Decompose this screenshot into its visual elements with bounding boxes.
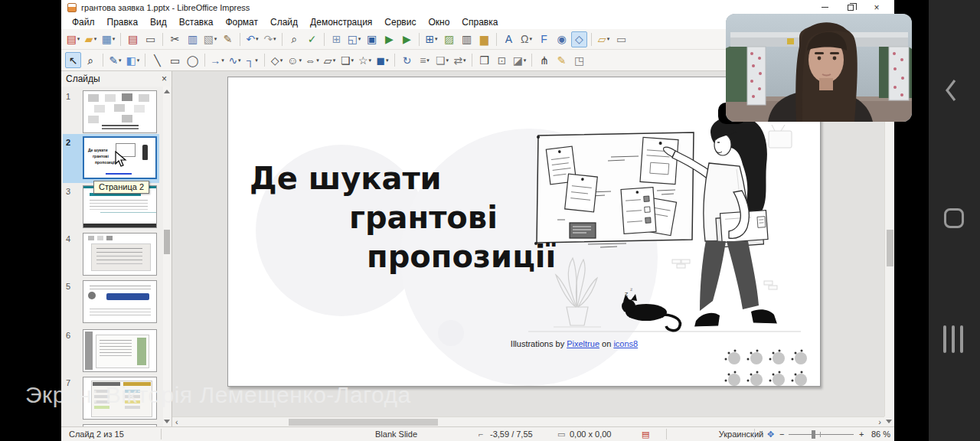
dropdown-caret-icon[interactable]: ▾ <box>113 36 116 42</box>
scroll-down-button[interactable] <box>884 416 894 426</box>
crop-image-icon[interactable]: ⊡ <box>494 52 510 68</box>
dropdown-caret-icon[interactable]: ▾ <box>255 57 258 64</box>
horizontal-scrollbar[interactable]: ‹ › <box>172 416 884 426</box>
dropdown-caret-icon[interactable]: ▾ <box>221 57 224 64</box>
curves-and-polygons-icon[interactable]: ∿▾ <box>227 52 243 68</box>
line-color-icon[interactable]: ✎▾ <box>107 52 123 68</box>
webcam-video-tile[interactable] <box>726 14 912 122</box>
insert-chart-icon[interactable]: ▆ <box>476 31 492 47</box>
nav-back-button[interactable] <box>944 78 958 103</box>
show-gluepoint-functions-icon[interactable]: ✎ <box>554 52 570 68</box>
dropdown-caret-icon[interactable]: ▾ <box>524 57 527 64</box>
zoom-out-button[interactable]: − <box>779 430 784 439</box>
vertical-scrollbar[interactable] <box>884 71 894 416</box>
dropdown-caret-icon[interactable]: ▾ <box>214 36 217 42</box>
print-icon[interactable]: ▭ <box>142 31 158 47</box>
icons8-link[interactable]: icons8 <box>613 339 638 348</box>
fill-color-icon[interactable]: ◧▾ <box>125 52 141 68</box>
menu-view[interactable]: Вид <box>144 16 173 28</box>
menu-file[interactable]: Файл <box>66 16 101 28</box>
rectangle-icon[interactable]: ▭ <box>167 52 183 68</box>
zoom-slider-track[interactable] <box>789 434 854 435</box>
scroll-down-icon[interactable] <box>164 420 170 423</box>
block-arrows-icon[interactable]: ⇔▾ <box>304 52 320 68</box>
horizontal-scrollbar-thumb[interactable] <box>289 419 438 426</box>
insert-hyperlink-icon[interactable]: ◉ <box>554 31 570 47</box>
insert-media-icon[interactable]: ▥ <box>459 31 475 47</box>
panel-scrollbar[interactable] <box>163 87 171 426</box>
arrange-objects-icon[interactable]: ❏▾ <box>434 52 450 68</box>
flowchart-shapes-icon[interactable]: ▱▾ <box>322 52 338 68</box>
vertical-scrollbar-thumb[interactable] <box>887 230 893 266</box>
insert-text-box-icon[interactable]: A <box>501 31 517 47</box>
basic-shapes-icon[interactable]: ◇▾ <box>269 52 285 68</box>
start-from-first-slide-icon[interactable]: ▶ <box>381 31 397 47</box>
nav-home-button[interactable] <box>944 208 964 228</box>
nav-recents-button[interactable] <box>943 325 963 353</box>
panel-scrollbar-thumb[interactable] <box>164 230 170 254</box>
distribute-selection-icon[interactable]: ⇄▾ <box>452 52 468 68</box>
menu-slide[interactable]: Слайд <box>264 16 304 28</box>
dropdown-caret-icon[interactable]: ▾ <box>77 36 80 42</box>
new-slide-icon[interactable]: ▱▾ <box>596 31 612 47</box>
dropdown-caret-icon[interactable]: ▾ <box>299 57 302 64</box>
star-shapes-icon[interactable]: ☆▾ <box>357 52 373 68</box>
dropdown-caret-icon[interactable]: ▾ <box>435 36 438 42</box>
fontwork-icon[interactable]: F <box>536 31 552 47</box>
pixeltrue-link[interactable]: Pixeltrue <box>567 339 599 348</box>
dropdown-caret-icon[interactable]: ▾ <box>369 57 372 64</box>
dropdown-caret-icon[interactable]: ▾ <box>446 57 449 64</box>
menu-tools[interactable]: Сервис <box>378 16 422 28</box>
dropdown-caret-icon[interactable]: ▾ <box>137 57 140 64</box>
restore-button[interactable] <box>838 0 864 15</box>
special-character-icon[interactable]: Ω▾ <box>518 31 534 47</box>
dropdown-caret-icon[interactable]: ▾ <box>351 57 354 64</box>
menu-slideshow[interactable]: Демонстрация <box>304 16 378 28</box>
dropdown-caret-icon[interactable]: ▾ <box>529 36 532 42</box>
image-filter-icon[interactable]: ◪▾ <box>511 52 528 68</box>
edit-points-icon[interactable]: ⋔ <box>536 52 552 68</box>
display-grid-icon[interactable]: ⊞ <box>328 31 345 47</box>
minimize-button[interactable] <box>812 0 838 15</box>
dropdown-caret-icon[interactable]: ▾ <box>273 36 276 42</box>
dropdown-caret-icon[interactable]: ▾ <box>94 36 97 42</box>
find-and-replace-icon[interactable]: ⌕ <box>286 31 302 47</box>
display-views-icon[interactable]: ◱▾ <box>346 31 362 47</box>
slide-thumbnail-4[interactable]: 4 <box>61 233 163 279</box>
connectors-icon[interactable]: ┐▾ <box>244 52 260 68</box>
dropdown-caret-icon[interactable]: ▾ <box>280 57 283 64</box>
cut-icon[interactable]: ✂ <box>167 31 183 47</box>
zoom-slider-thumb[interactable] <box>812 430 815 439</box>
zoom-level[interactable]: 86 % <box>871 430 890 439</box>
slide-thumbnail-5[interactable]: 5 <box>61 280 163 326</box>
dropdown-caret-icon[interactable]: ▾ <box>316 57 319 64</box>
show-draw-functions-icon[interactable]: ◇ <box>571 31 587 47</box>
start-from-current-slide-icon[interactable]: ▶ <box>399 31 415 47</box>
toggle-extrusion-icon[interactable]: ◳ <box>571 52 587 68</box>
zoom-icon[interactable]: ⌕ <box>83 52 99 68</box>
scroll-up-icon[interactable] <box>164 90 170 93</box>
slide-thumbnail-6[interactable]: 6 <box>61 329 163 375</box>
select-icon[interactable]: ↖ <box>65 52 81 68</box>
duplicate-slide-icon[interactable]: ▭ <box>613 31 629 47</box>
dropdown-caret-icon[interactable]: ▾ <box>386 57 389 64</box>
insert-line-icon[interactable]: ╲ <box>149 52 165 68</box>
symbol-shapes-icon[interactable]: ☺▾ <box>286 52 302 68</box>
document-modified-icon[interactable]: ▤ <box>642 430 649 439</box>
dropdown-caret-icon[interactable]: ▾ <box>463 57 466 64</box>
new-presentation-icon[interactable]: ▤▾ <box>65 31 81 47</box>
spelling-icon[interactable]: ✓ <box>304 31 320 47</box>
rotate-icon[interactable]: ↻ <box>399 52 415 68</box>
clone-formatting-icon[interactable]: ✎ <box>220 31 236 47</box>
open-file-icon[interactable]: ▰▾ <box>83 31 99 47</box>
slide-thumbnail-1[interactable]: 1 <box>61 90 163 136</box>
ellipse-icon[interactable]: ◯ <box>185 52 201 68</box>
menu-help[interactable]: Справка <box>456 16 504 28</box>
callout-shapes-icon[interactable]: ❏▾ <box>339 52 355 68</box>
dropdown-caret-icon[interactable]: ▾ <box>119 57 122 64</box>
dropdown-caret-icon[interactable]: ▾ <box>333 57 336 64</box>
dropdown-caret-icon[interactable]: ▾ <box>238 57 241 64</box>
panel-close-icon[interactable]: × <box>162 74 167 84</box>
fit-slide-icon[interactable]: ✥ <box>767 430 774 439</box>
redo-icon[interactable]: ↷▾ <box>262 31 278 47</box>
